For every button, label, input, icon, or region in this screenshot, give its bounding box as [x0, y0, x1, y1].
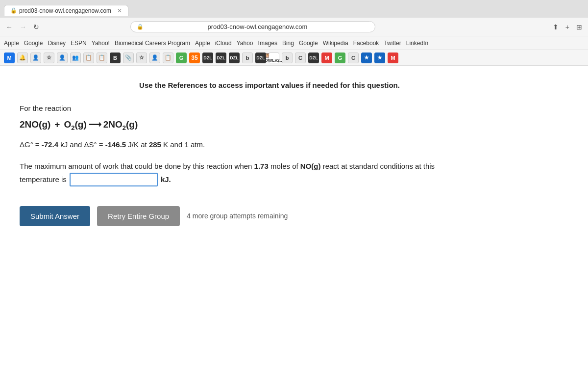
bookmark-google2[interactable]: Google	[299, 40, 318, 47]
toolbar-icon-owl[interactable]: 🦉 OWLv2...	[269, 53, 279, 63]
toolbar-icon-dzl3[interactable]: DZL	[229, 53, 240, 63]
bookmark-icloud[interactable]: iCloud	[215, 40, 232, 47]
toolbar-icon-7[interactable]: 📋	[83, 53, 94, 63]
reaction-equation: 2NO(g) + O2(g) ⟶ 2NO2(g)	[20, 119, 519, 131]
bookmark-apple[interactable]: Apple	[4, 40, 19, 47]
bookmark-wikipedia[interactable]: Wikipedia	[323, 40, 348, 47]
toolbar-icon-3[interactable]: 👤	[30, 53, 41, 63]
plus-sign: +	[54, 119, 60, 130]
toolbar-icon-star2[interactable]: ★	[374, 53, 385, 63]
toolbar-icon-dzl2[interactable]: DZL	[216, 53, 226, 63]
thermo-values: ΔG° = -72.4 kJ and ΔS° = -146.5 J/K at 2…	[20, 140, 519, 149]
toolbar-icon-6[interactable]: 👥	[70, 53, 81, 63]
toolbar-icon-g2[interactable]: G	[335, 53, 345, 63]
reference-notice: Use the References to access important v…	[20, 81, 519, 89]
tab-bar: 🔒 prod03-cnow-owl.cengagenow.com ✕	[0, 0, 588, 18]
unit-label: kJ.	[161, 173, 171, 186]
bookmarks-bar: Apple Google Disney ESPN Yahoo! Biomedic…	[0, 36, 588, 50]
toolbar-icon-b2[interactable]: b	[282, 53, 293, 63]
address-bar[interactable]: 🔒 prod03-cnow-owl.cengagenow.com	[130, 21, 375, 32]
toolbar-icon-c[interactable]: C	[295, 53, 306, 63]
attempts-remaining: 4 more group attempts remaining	[187, 212, 288, 220]
nav-bar: ← → ↻ 🔒 prod03-cnow-owl.cengagenow.com ⬆…	[0, 18, 588, 36]
toolbar-icon-12[interactable]: 👤	[149, 53, 160, 63]
toolbar-icon-10[interactable]: 📎	[123, 53, 134, 63]
lock-icon: 🔒	[137, 24, 144, 30]
toolbar-row: M 🔔 👤 ☆ 👤 👥 📋 📋 B 📎 ☆ 👤 📋 G 35 DZL DZL D…	[0, 50, 588, 66]
conditions: at 285 K and 1 atm.	[141, 140, 205, 149]
bookmark-yahoo2[interactable]: Yahoo	[237, 40, 253, 47]
back-button[interactable]: ←	[4, 22, 15, 32]
bookmark-biomedical[interactable]: Biomedical Careers Program	[115, 40, 190, 47]
toolbar-icon-2[interactable]: 🔔	[17, 53, 28, 63]
temperature-is-label: temperature is	[20, 173, 67, 186]
toolbar-icon-m2[interactable]: M	[388, 53, 398, 63]
button-row: Submit Answer Retry Entire Group 4 more …	[20, 206, 519, 226]
answer-row: temperature is kJ.	[20, 173, 519, 186]
toolbar-icon-google[interactable]: G	[176, 53, 187, 63]
toolbar-icon-13[interactable]: 📋	[163, 53, 173, 63]
reactant1: 2NO(g)	[20, 119, 50, 130]
bookmark-espn[interactable]: ESPN	[71, 40, 87, 47]
reaction-arrow: ⟶	[89, 119, 101, 130]
retry-entire-group-button[interactable]: Retry Entire Group	[97, 206, 180, 226]
intro-text: For the reaction	[20, 104, 519, 112]
bookmark-google[interactable]: Google	[24, 40, 43, 47]
share-button[interactable]: ⬆	[551, 22, 561, 32]
grid-button[interactable]: ⊞	[574, 22, 584, 32]
toolbar-icon-b[interactable]: b	[242, 53, 253, 63]
main-content: Use the References to access important v…	[0, 66, 539, 241]
toolbar-icon-8[interactable]: 📋	[97, 53, 107, 63]
bookmark-linkedin[interactable]: LinkedIn	[406, 40, 428, 47]
toolbar-icon-m[interactable]: M	[321, 53, 332, 63]
toolbar-icon-11[interactable]: ☆	[136, 53, 147, 63]
reactant2: O2(g)	[64, 119, 86, 131]
toolbar-icon-35[interactable]: 35	[189, 53, 200, 63]
delta-s: ΔS° = -146.5 J/K	[84, 140, 139, 149]
and-separator: and	[70, 140, 84, 149]
toolbar-icon-4[interactable]: ☆	[44, 53, 54, 63]
toolbar-icon-star1[interactable]: ★	[361, 53, 372, 63]
submit-answer-button[interactable]: Submit Answer	[20, 206, 90, 226]
bookmark-facebook[interactable]: Facebook	[353, 40, 379, 47]
question-block: The maximum amount of work that could be…	[20, 159, 519, 186]
toolbar-icon-1[interactable]: M	[4, 53, 15, 63]
active-tab[interactable]: 🔒 prod03-cnow-owl.cengagenow.com ✕	[4, 5, 128, 16]
bookmark-twitter[interactable]: Twitter	[384, 40, 401, 47]
bookmark-yahoo[interactable]: Yahoo!	[92, 40, 110, 47]
bookmark-disney[interactable]: Disney	[48, 40, 66, 47]
url-text: prod03-cnow-owl.cengagenow.com	[146, 23, 369, 30]
browser-chrome: 🔒 prod03-cnow-owl.cengagenow.com ✕ ← → ↻…	[0, 0, 588, 66]
bookmark-apple2[interactable]: Apple	[195, 40, 210, 47]
bookmark-bing[interactable]: Bing	[282, 40, 294, 47]
toolbar-icon-dzl5[interactable]: DZL	[308, 53, 319, 63]
toolbar-icon-5[interactable]: 👤	[57, 53, 68, 63]
delta-g: ΔG° = -72.4 kJ	[20, 140, 68, 149]
new-tab-button[interactable]: +	[564, 22, 571, 32]
answer-input[interactable]	[70, 173, 158, 186]
toolbar-icon-c2[interactable]: C	[348, 53, 359, 63]
bookmark-images[interactable]: Images	[258, 40, 277, 47]
toolbar-icon-9[interactable]: B	[110, 53, 121, 63]
product: 2NO2(g)	[103, 119, 138, 131]
toolbar-icon-dzl1[interactable]: DZL	[202, 53, 213, 63]
reload-button[interactable]: ↻	[31, 22, 41, 32]
question-part1: The maximum amount of work that could be…	[20, 162, 435, 170]
forward-button[interactable]: →	[18, 22, 28, 32]
